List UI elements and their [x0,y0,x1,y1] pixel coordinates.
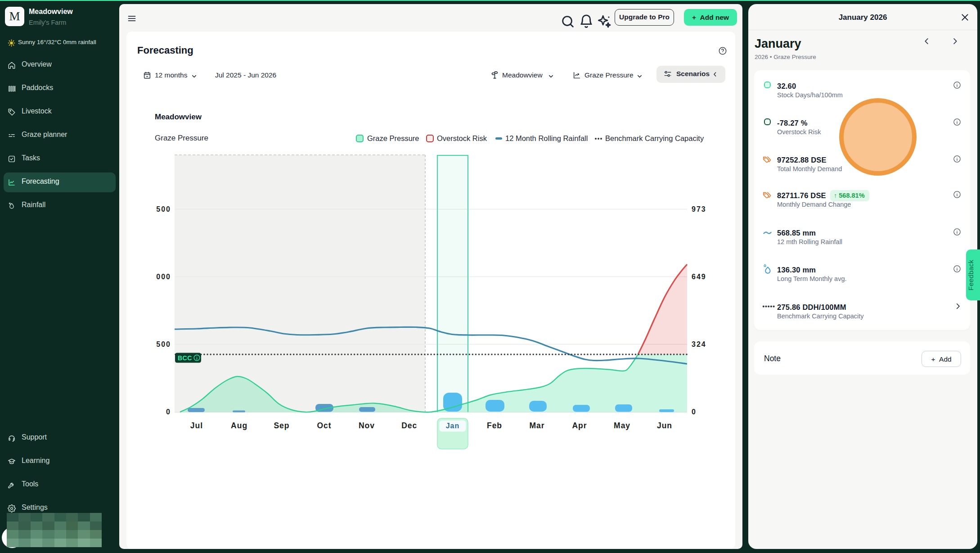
svg-text:May: May [614,421,630,430]
svg-text:Oct: Oct [317,421,331,430]
svg-text:Jun: Jun [657,421,672,430]
svg-text:000: 000 [156,273,171,281]
svg-text:Sep: Sep [274,421,289,430]
svg-text:0: 0 [692,408,697,416]
svg-text:Dec: Dec [401,421,417,430]
svg-text:649: 649 [692,273,706,281]
svg-text:Aug: Aug [231,421,247,430]
svg-text:0: 0 [166,408,171,416]
svg-text:BCC: BCC [178,354,192,362]
svg-text:i: i [196,356,198,361]
svg-text:Apr: Apr [572,421,587,430]
svg-text:Feb: Feb [487,421,502,430]
svg-text:Jan: Jan [446,422,460,430]
svg-text:324: 324 [692,340,706,348]
svg-text:Nov: Nov [359,421,375,430]
svg-text:500: 500 [156,205,171,213]
svg-text:Mar: Mar [529,421,544,430]
svg-text:973: 973 [692,205,706,213]
svg-text:Jul: Jul [190,421,203,430]
svg-text:500: 500 [156,340,171,348]
